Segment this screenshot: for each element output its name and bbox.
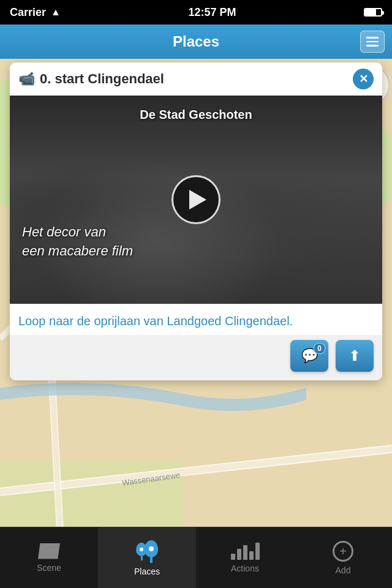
video-overlay-text: Het decor van een macabere film xyxy=(22,223,133,261)
tab-actions[interactable]: Actions xyxy=(196,527,294,588)
close-button[interactable]: ✕ xyxy=(353,69,374,89)
tab-actions-label: Actions xyxy=(231,564,259,573)
tab-places-label: Places xyxy=(134,567,160,576)
status-bar: Carrier ▲ 12:57 PM xyxy=(0,0,392,24)
share-icon: ⬆ xyxy=(349,347,361,364)
share-button[interactable]: ⬆ xyxy=(336,340,374,372)
video-top-text: De Stad Geschoten xyxy=(140,108,252,122)
play-button[interactable] xyxy=(172,175,221,224)
places-icon xyxy=(136,540,158,563)
popup-description: Loop naar de oprijlaan van Landgoed Clin… xyxy=(10,304,382,335)
actions-icon xyxy=(231,543,260,560)
app-page: Carrier ▲ 12:57 PM Places xyxy=(0,0,392,588)
tab-bar: Scene Places xyxy=(0,527,392,588)
list-lines-icon xyxy=(366,37,379,47)
tab-scene[interactable]: Scene xyxy=(0,527,98,588)
popup-actions: 💬 0 ⬆ xyxy=(10,335,382,380)
tab-add[interactable]: + Add xyxy=(294,527,392,588)
add-icon: + xyxy=(333,541,353,562)
header: Places xyxy=(0,24,392,59)
page-title: Places xyxy=(173,33,219,50)
list-view-button[interactable] xyxy=(360,31,385,53)
popup-header: 📹 0. start Clingendael ✕ xyxy=(10,62,382,96)
popup-card: 📹 0. start Clingendael ✕ De Stad Geschot… xyxy=(10,62,382,380)
clock: 12:57 PM xyxy=(188,6,236,19)
map-area: Muschlaa Wassenaarsewe ⊕ ◎ 📹 0. start Cl… xyxy=(0,59,392,588)
status-right xyxy=(364,8,382,17)
tab-add-label: Add xyxy=(336,565,351,575)
battery-icon xyxy=(364,8,382,17)
comment-button[interactable]: 💬 0 xyxy=(290,340,328,372)
wifi-icon: ▲ xyxy=(51,7,61,18)
comment-count: 0 xyxy=(314,343,325,354)
play-icon xyxy=(189,190,206,209)
scene-icon xyxy=(38,543,60,559)
popup-title: 0. start Clingendael xyxy=(40,71,164,87)
tab-places[interactable]: Places xyxy=(98,527,196,588)
video-thumbnail[interactable]: De Stad Geschoten Het decor van een maca… xyxy=(10,96,382,304)
status-left: Carrier ▲ xyxy=(10,6,61,19)
close-icon: ✕ xyxy=(359,74,368,85)
popup-title-row: 📹 0. start Clingendael xyxy=(18,71,164,87)
carrier-label: Carrier xyxy=(10,6,46,19)
video-camera-icon: 📹 xyxy=(18,71,35,87)
tab-scene-label: Scene xyxy=(37,563,61,573)
